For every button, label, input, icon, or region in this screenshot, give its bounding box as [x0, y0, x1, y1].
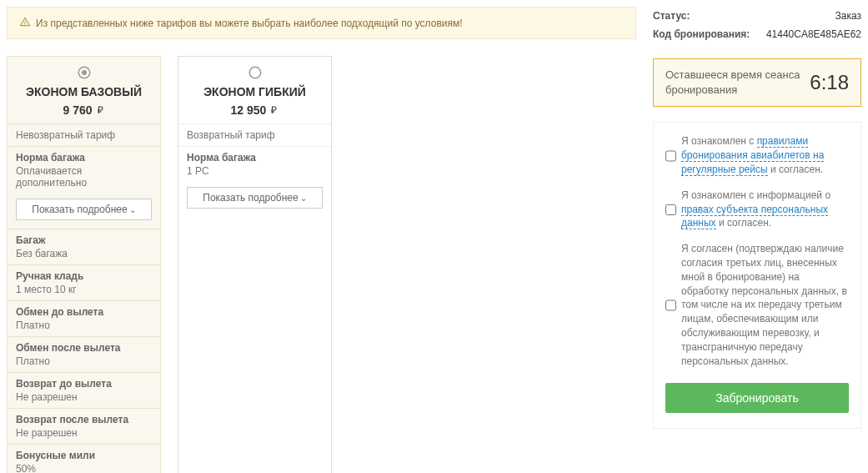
- detail-value: Платно: [16, 355, 152, 367]
- detail-value: Не разрешен: [16, 427, 152, 439]
- detail-label: Возврат после вылета: [16, 414, 152, 425]
- tariff-name: ЭКОНОМ БАЗОВЫЙ: [14, 85, 153, 98]
- show-more-button[interactable]: Показать подробнее⌄: [187, 187, 323, 209]
- detail-label: Ручная кладь: [16, 270, 152, 282]
- ruble-icon: [95, 105, 105, 115]
- detail-label: Обмен после вылета: [16, 342, 152, 354]
- booking-code-value: 41440CA8E485AE62: [766, 28, 861, 40]
- detail-value: Не разрешен: [16, 391, 152, 403]
- baggage-label: Норма багажа: [187, 152, 323, 164]
- radio-selected-icon: [77, 65, 92, 80]
- status-label: Статус:: [653, 10, 690, 22]
- agreements-panel: Я ознакомлен с правилами бронирования ав…: [653, 122, 861, 429]
- baggage-value: Оплачивается дополнительно: [16, 165, 152, 189]
- ruble-icon: [268, 105, 278, 115]
- refund-label: Невозвратный тариф: [8, 123, 160, 146]
- tariff-card-basic[interactable]: ЭКОНОМ БАЗОВЫЙ 9 760 Невозвратный тариф …: [7, 56, 161, 473]
- detail-value: Платно: [16, 320, 152, 331]
- agree-processing-checkbox[interactable]: [665, 243, 676, 368]
- tariff-alert: Из представленных ниже тарифов вы можете…: [7, 7, 636, 39]
- timer-value: 6:18: [810, 71, 849, 94]
- agree-personal-data-checkbox[interactable]: [665, 189, 676, 230]
- svg-point-1: [82, 70, 87, 75]
- tariff-price: 12 950: [231, 103, 267, 117]
- detail-value: 1 место 10 кг: [16, 284, 152, 295]
- agree-rules-checkbox[interactable]: [665, 135, 676, 176]
- book-button[interactable]: Забронировать: [665, 383, 849, 413]
- radio-unselected-icon: [248, 65, 263, 80]
- tariff-name: ЭКОНОМ ГИБКИЙ: [185, 85, 324, 98]
- timer-label: Оставшееся время сеанса бронирования: [665, 68, 810, 98]
- refund-label: Возвратный тариф: [178, 123, 331, 146]
- detail-value: 50%: [16, 463, 152, 473]
- show-more-button[interactable]: Показать подробнее⌄: [16, 199, 152, 220]
- detail-label: Багаж: [16, 234, 152, 246]
- status-value: Заказ: [835, 10, 861, 22]
- baggage-label: Норма багажа: [16, 152, 152, 164]
- detail-label: Возврат до вылета: [16, 378, 152, 390]
- warning-icon: [19, 16, 31, 30]
- alert-text: Из представленных ниже тарифов вы можете…: [36, 18, 463, 29]
- tariff-price: 9 760: [63, 103, 92, 117]
- detail-label: Обмен до вылета: [16, 306, 152, 318]
- chevron-down-icon: ⌄: [300, 194, 307, 203]
- tariff-card-flex[interactable]: ЭКОНОМ ГИБКИЙ 12 950 Возвратный тариф Но…: [178, 56, 332, 473]
- detail-label: Бонусные мили: [16, 450, 152, 461]
- baggage-value: 1 PC: [187, 165, 323, 177]
- booking-code-label: Код бронирования:: [653, 28, 750, 40]
- detail-value: Без багажа: [16, 248, 152, 259]
- chevron-down-icon: ⌄: [129, 205, 136, 214]
- svg-point-2: [249, 67, 261, 78]
- session-timer: Оставшееся время сеанса бронирования 6:1…: [653, 58, 861, 107]
